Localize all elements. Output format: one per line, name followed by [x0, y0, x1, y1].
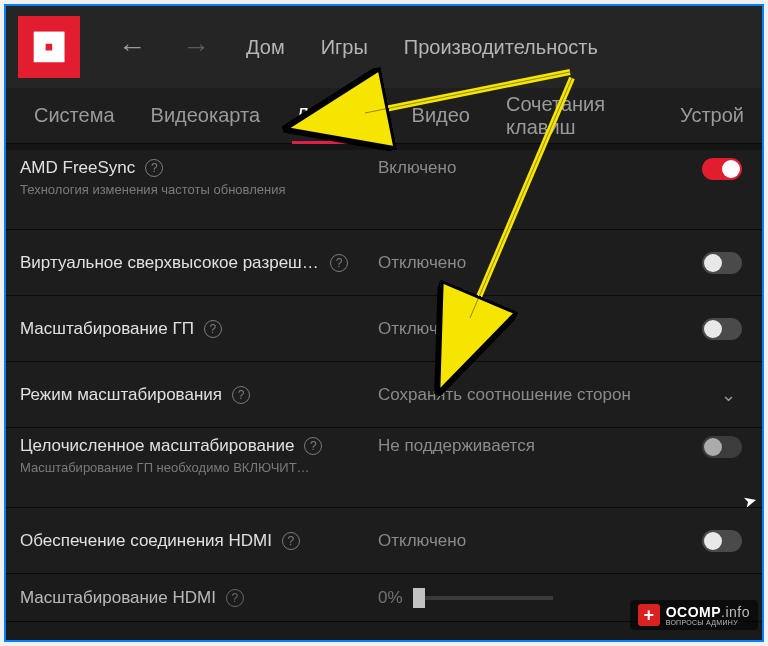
settings-panel: AMD FreeSync ? Технология изменения част…: [6, 144, 762, 622]
help-icon[interactable]: ?: [304, 437, 322, 455]
amd-logo-icon: [32, 30, 66, 64]
tab-devices[interactable]: Устрой: [662, 88, 762, 143]
help-icon[interactable]: ?: [145, 159, 163, 177]
nav-home[interactable]: Дом: [228, 36, 303, 59]
integer-value: Не поддерживается: [378, 436, 682, 456]
freesync-toggle[interactable]: [702, 158, 742, 180]
badge-sub: ВОПРОСЫ АДМИНУ: [666, 619, 750, 626]
forward-button[interactable]: →: [164, 31, 228, 63]
tab-hotkeys[interactable]: Сочетания клавиш: [488, 88, 662, 143]
help-icon[interactable]: ?: [330, 254, 348, 272]
badge-main: OCOMP.info: [666, 605, 750, 619]
hdmi-link-label: Обеспечение соединения HDMI: [20, 531, 272, 551]
hdmi-scale-value: 0%: [378, 588, 403, 608]
tab-gpu[interactable]: Видеокарта: [133, 88, 278, 143]
vsr-value: Отключено: [378, 253, 682, 273]
back-button[interactable]: ←: [100, 31, 164, 63]
help-icon[interactable]: ?: [204, 320, 222, 338]
row-integer-scaling: Целочисленное масштабирование ? Масштаби…: [6, 428, 762, 508]
row-hdmi-link: Обеспечение соединения HDMI ? Отключено: [6, 508, 762, 574]
app-window: ← → Дом Игры Производительность Система …: [4, 4, 764, 642]
vsr-toggle[interactable]: [702, 252, 742, 274]
gpu-scaling-label: Масштабирование ГП: [20, 319, 194, 339]
hdmi-link-toggle[interactable]: [702, 530, 742, 552]
freesync-value: Включено: [378, 158, 682, 178]
tab-video[interactable]: Видео: [394, 88, 488, 143]
tab-display[interactable]: Дисплей: [278, 88, 394, 143]
integer-label: Целочисленное масштабирование: [20, 436, 294, 456]
scaling-mode-value[interactable]: Сохранять соотношение сторон: [378, 385, 682, 405]
hdmi-scale-label: Масштабирование HDMI: [20, 588, 216, 608]
row-scaling-mode: Режим масштабирования ? Сохранять соотно…: [6, 362, 762, 428]
help-icon[interactable]: ?: [282, 532, 300, 550]
scaling-mode-label: Режим масштабирования: [20, 385, 222, 405]
vsr-label: Виртуальное сверхвысокое разреше…: [20, 253, 320, 273]
tabs-bar: Система Видеокарта Дисплей Видео Сочетан…: [6, 88, 762, 144]
nav-performance[interactable]: Производительность: [386, 36, 616, 59]
freesync-label: AMD FreeSync: [20, 158, 135, 178]
amd-logo: [18, 16, 80, 78]
top-bar: ← → Дом Игры Производительность: [6, 6, 762, 88]
row-vsr: Виртуальное сверхвысокое разреше… ? Откл…: [6, 230, 762, 296]
integer-toggle: [702, 436, 742, 458]
hdmi-scale-slider[interactable]: [413, 596, 553, 600]
freesync-sub: Технология изменения частоты обновления: [20, 182, 350, 197]
help-icon[interactable]: ?: [232, 386, 250, 404]
row-gpu-scaling: Масштабирование ГП ? Отключено: [6, 296, 762, 362]
plus-icon: +: [638, 604, 660, 626]
row-freesync: AMD FreeSync ? Технология изменения част…: [6, 150, 762, 230]
watermark-badge: + OCOMP.info ВОПРОСЫ АДМИНУ: [630, 600, 758, 630]
nav-games[interactable]: Игры: [303, 36, 386, 59]
chevron-down-icon[interactable]: ⌄: [721, 384, 742, 406]
tab-system[interactable]: Система: [16, 88, 133, 143]
gpu-scaling-toggle[interactable]: [702, 318, 742, 340]
hdmi-link-value: Отключено: [378, 531, 682, 551]
integer-sub: Масштабирование ГП необходимо ВКЛЮЧИТ…: [20, 460, 350, 475]
help-icon[interactable]: ?: [226, 589, 244, 607]
gpu-scaling-value: Отключено: [378, 319, 682, 339]
